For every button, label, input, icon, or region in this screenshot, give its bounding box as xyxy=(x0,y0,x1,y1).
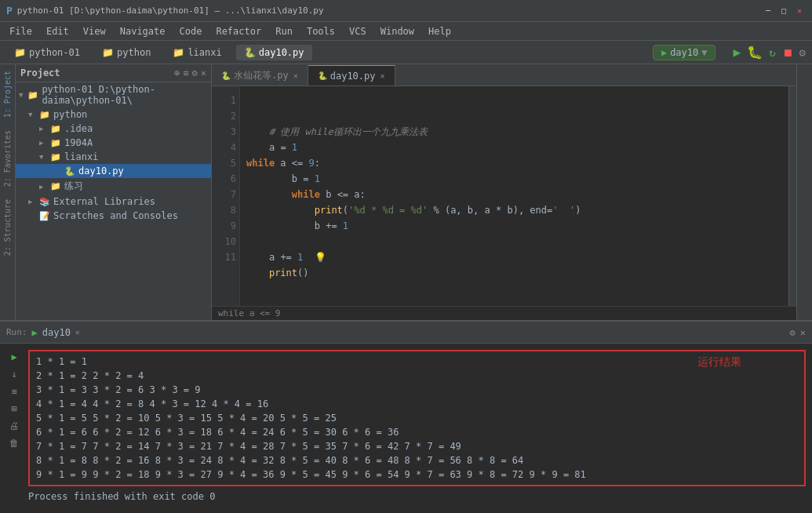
output-label: 运行结果 xyxy=(697,355,741,369)
run-toolbar-trash[interactable]: 🗑 xyxy=(9,436,19,450)
toolbar-tab-project[interactable]: 📁 python-01 xyxy=(6,45,88,60)
minimize-button[interactable]: ─ xyxy=(762,5,774,17)
collapse-icon[interactable]: ≡ xyxy=(183,67,188,78)
output-line-4: 4 * 1 = 4 4 * 2 = 8 4 * 3 = 12 4 * 4 = 1… xyxy=(36,397,798,411)
py-file-icon: 🐍 xyxy=(244,47,256,58)
stop-button[interactable]: ⏹ xyxy=(782,46,793,59)
sidebar-tab-structure[interactable]: 2: Structure xyxy=(2,193,13,262)
folder-icon: 📁 xyxy=(14,47,26,58)
sync-icon[interactable]: ⊕ xyxy=(174,67,180,78)
tree-item-scratches[interactable]: 📝 Scratches and Consoles xyxy=(16,209,211,223)
run-panel-run-icon: ▶ xyxy=(32,327,38,338)
folder-icon-practice: 📁 xyxy=(50,181,61,191)
run-tab-close-icon[interactable]: ✕ xyxy=(75,328,80,337)
output-line-6: 6 * 1 = 6 6 * 2 = 12 6 * 3 = 18 6 * 4 = … xyxy=(36,425,798,439)
project-toolbar: 📁 python-01 📁 python 📁 lianxi 🐍 day10.py… xyxy=(0,41,812,64)
output-box: 运行结果 1 * 1 = 1 2 * 1 = 2 2 * 2 = 4 3 * 1… xyxy=(28,350,806,486)
folder-icon-2: 📁 xyxy=(102,47,114,58)
menu-bar: File Edit View Navigate Code Refactor Ru… xyxy=(0,22,812,41)
run-panel-tab-day10[interactable]: day10 xyxy=(42,327,71,338)
run-button[interactable]: ▶ xyxy=(733,45,741,60)
left-sidebar-tabs: 1: Project 2: Favorites 2: Structure xyxy=(0,64,16,320)
run-toolbar-lines[interactable]: ≡ xyxy=(11,384,16,398)
folder-icon-python: 📁 xyxy=(39,110,50,120)
menu-refactor[interactable]: Refactor xyxy=(209,24,268,38)
project-sidebar: Project ⊕ ≡ ⚙ ✕ ▼ 📁 python-01 D:\python-… xyxy=(16,64,212,320)
py-tab-icon-1: 🐍 xyxy=(221,71,231,80)
editor-tab-day10[interactable]: 🐍 day10.py ✕ xyxy=(308,65,395,86)
maximize-button[interactable]: □ xyxy=(777,5,790,17)
project-header-label: Project xyxy=(20,67,60,78)
menu-vcs[interactable]: VCS xyxy=(343,24,373,38)
rerun-button[interactable]: ↻ xyxy=(769,46,775,59)
settings-icon[interactable]: ⚙ xyxy=(192,67,198,78)
title-bar-left: P python-01 [D:\python-daima\python-01] … xyxy=(6,5,324,16)
output-line-8: 8 * 1 = 8 8 * 2 = 16 8 * 3 = 24 8 * 4 = … xyxy=(36,453,798,468)
breadcrumb: while a <= 9 xyxy=(212,306,796,320)
process-finished-line: Process finished with exit code 0 xyxy=(28,489,806,504)
title-bar: P python-01 [D:\python-daima\python-01] … xyxy=(0,0,812,22)
run-toolbar-print[interactable]: 🖨 xyxy=(9,419,19,433)
menu-run[interactable]: Run xyxy=(269,24,299,38)
tree-item-root[interactable]: ▼ 📁 python-01 D:\python-daima\python-01\ xyxy=(16,82,211,107)
tree-item-python[interactable]: ▼ 📁 python xyxy=(16,107,211,122)
menu-tools[interactable]: Tools xyxy=(300,24,341,38)
tree-item-1904a[interactable]: ▶ 📁 1904A xyxy=(16,136,211,150)
toolbar-tab-python[interactable]: 📁 python xyxy=(94,45,158,60)
close-button[interactable]: ✕ xyxy=(793,5,806,17)
output-container: 运行结果 1 * 1 = 1 2 * 1 = 2 2 * 2 = 4 3 * 1… xyxy=(28,348,806,511)
run-config-selector[interactable]: ▶ day10 ▼ xyxy=(653,45,716,60)
py-icon-day10: 🐍 xyxy=(64,166,75,176)
folder-icon-idea: 📁 xyxy=(50,124,61,134)
folder-icon-3: 📁 xyxy=(173,47,184,58)
output-line-3: 3 * 1 = 3 3 * 2 = 6 3 * 3 = 9 xyxy=(36,383,798,397)
menu-code[interactable]: Code xyxy=(173,24,209,38)
folder-icon-lianxi: 📁 xyxy=(50,152,61,162)
run-output: ▶ ↓ ≡ ⊞ 🖨 🗑 运行结果 1 * 1 = 1 2 * 1 = 2 2 *… xyxy=(0,344,812,513)
menu-edit[interactable]: Edit xyxy=(40,24,75,38)
editor-tab-shuixianhua[interactable]: 🐍 水仙花等.py ✕ xyxy=(212,65,308,86)
folder-icon-1904a: 📁 xyxy=(50,138,61,148)
run-config-icon: ▶ xyxy=(661,47,667,58)
line-numbers: 1234567891011 xyxy=(212,86,240,306)
output-line-7: 7 * 1 = 7 7 * 2 = 14 7 * 3 = 21 7 * 4 = … xyxy=(36,439,798,453)
toolbar-tab-lianxi[interactable]: 📁 lianxi xyxy=(165,45,229,60)
editor-tabs: 🐍 水仙花等.py ✕ 🐍 day10.py ✕ xyxy=(212,64,796,86)
output-line-1: 1 * 1 = 1 xyxy=(36,355,798,369)
right-sidebar-tabs xyxy=(796,64,812,320)
menu-file[interactable]: File xyxy=(3,24,38,38)
sidebar-tab-project[interactable]: 1: Project xyxy=(2,64,13,124)
editor-area: 🐍 水仙花等.py ✕ 🐍 day10.py ✕ 1234567891011 #… xyxy=(212,64,796,320)
toolbar-tab-day10[interactable]: 🐍 day10.py xyxy=(236,45,312,60)
run-toolbar-play[interactable]: ▶ xyxy=(11,350,16,364)
run-toolbar-down[interactable]: ↓ xyxy=(11,367,16,381)
main-area: 1: Project 2: Favorites 2: Structure Pro… xyxy=(0,64,812,320)
editor-scrollbar[interactable] xyxy=(788,86,796,306)
tree-item-external-libs[interactable]: ▶ 📚 External Libraries xyxy=(16,195,211,209)
tree-item-idea[interactable]: ▶ 📁 .idea xyxy=(16,122,211,136)
scratches-icon: 📝 xyxy=(39,211,50,221)
settings-button[interactable]: ⚙ xyxy=(799,46,806,59)
tree-item-lianxi[interactable]: ▼ 📁 lianxi xyxy=(16,150,211,164)
tree-item-practice[interactable]: ▶ 📁 练习 xyxy=(16,178,211,195)
menu-navigate[interactable]: Navigate xyxy=(114,24,172,38)
app-icon: P xyxy=(6,5,13,16)
project-header: Project ⊕ ≡ ⚙ ✕ xyxy=(16,64,211,82)
code-content[interactable]: # 使用 while循环出一个九九乘法表 a = 1 while a <= 9:… xyxy=(240,86,788,306)
sidebar-tab-favorites[interactable]: 2: Favorites xyxy=(2,124,13,193)
menu-view[interactable]: View xyxy=(77,24,112,38)
bottom-run-panel: Run: ▶ day10 ✕ ⚙ ✕ ▶ ↓ ≡ ⊞ 🖨 🗑 运行结果 1 * … xyxy=(0,320,812,513)
debug-button[interactable]: 🐛 xyxy=(747,45,763,60)
tree-item-day10[interactable]: 🐍 day10.py xyxy=(16,164,211,178)
output-line-2: 2 * 1 = 2 2 * 2 = 4 xyxy=(36,369,798,383)
menu-window[interactable]: Window xyxy=(374,24,421,38)
close-icon[interactable]: ✕ xyxy=(201,67,206,78)
menu-help[interactable]: Help xyxy=(422,24,457,38)
run-panel-header: Run: ▶ day10 ✕ ⚙ ✕ xyxy=(0,322,812,344)
run-toolbar-split[interactable]: ⊞ xyxy=(11,402,16,416)
run-toolbar: ▶ ↓ ≡ ⊞ 🖨 🗑 xyxy=(6,348,22,511)
close-tab-2[interactable]: ✕ xyxy=(381,71,385,80)
run-panel-close-icon[interactable]: ✕ xyxy=(800,327,806,338)
run-panel-settings-icon[interactable]: ⚙ xyxy=(790,327,796,338)
close-tab-1[interactable]: ✕ xyxy=(293,71,298,80)
